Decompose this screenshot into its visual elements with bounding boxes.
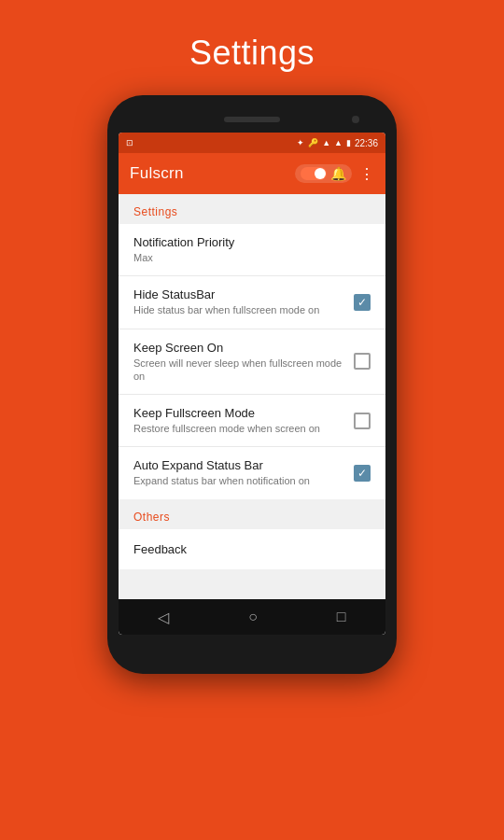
checkbox-keep-screen-on[interactable]: [354, 353, 371, 370]
toggle-thumb: [315, 168, 326, 179]
notification-toggle[interactable]: 🔔: [295, 164, 352, 183]
others-section: Others Feedback: [119, 499, 385, 569]
checkbox-auto-expand[interactable]: ✓: [354, 465, 371, 482]
phone-screen: ⊡ ✦ 🔑 ▲ ▲ ▮ 22:36 Fulscrn 🔔 ⋮: [119, 133, 385, 635]
expand-icon: ⊡: [126, 138, 133, 147]
wifi-icon: ▲: [334, 138, 343, 147]
bluetooth-icon: ✦: [297, 138, 304, 147]
phone-speaker: [224, 117, 280, 122]
page-title: Settings: [189, 34, 315, 73]
status-time: 22:36: [355, 138, 378, 148]
setting-title-keep-fullscreen: Keep Fullscreen Mode: [133, 406, 354, 420]
signal-icon: ▲: [322, 138, 330, 147]
status-bar-left: ⊡: [126, 138, 133, 147]
feedback-title: Feedback: [133, 542, 371, 556]
setting-keep-fullscreen[interactable]: Keep Fullscreen Mode Restore fullscreen …: [119, 395, 385, 447]
setting-feedback[interactable]: Feedback: [119, 529, 385, 569]
setting-hide-statusbar[interactable]: Hide StatusBar Hide status bar when full…: [119, 276, 385, 329]
settings-group-main: Notification Priority Max Hide StatusBar…: [119, 224, 385, 499]
others-section-header: Others: [119, 499, 385, 529]
app-bar: Fulscrn 🔔 ⋮: [119, 153, 385, 194]
bell-icon: 🔔: [330, 166, 346, 181]
app-title: Fulscrn: [130, 164, 184, 183]
setting-subtitle-keep-screen-on: Screen will never sleep when fullscreen …: [133, 357, 354, 384]
setting-auto-expand[interactable]: Auto Expand Status Bar Expand status bar…: [119, 447, 385, 498]
phone-top-bar: [119, 106, 385, 133]
setting-text-notification-priority: Notification Priority Max: [133, 235, 371, 264]
setting-text-keep-screen-on: Keep Screen On Screen will never sleep w…: [133, 341, 354, 384]
home-button[interactable]: ○: [248, 609, 258, 625]
checkbox-keep-fullscreen[interactable]: [354, 413, 371, 429]
setting-text-auto-expand: Auto Expand Status Bar Expand status bar…: [133, 458, 354, 487]
status-bar-right: ✦ 🔑 ▲ ▲ ▮ 22:36: [297, 138, 378, 148]
setting-subtitle-auto-expand: Expand status bar when notification on: [133, 474, 354, 487]
setting-subtitle-notification-priority: Max: [133, 251, 371, 264]
bottom-nav-bar: ◁ ○ □: [119, 599, 385, 635]
setting-title-auto-expand: Auto Expand Status Bar: [133, 458, 354, 472]
checkmark-icon: ✓: [357, 297, 367, 308]
phone-camera: [352, 116, 359, 123]
settings-list: Settings Notification Priority Max Hide …: [119, 194, 385, 599]
setting-text-hide-statusbar: Hide StatusBar Hide status bar when full…: [133, 287, 354, 316]
settings-section-header: Settings: [119, 194, 385, 224]
setting-title-notification-priority: Notification Priority: [133, 235, 371, 249]
setting-notification-priority[interactable]: Notification Priority Max: [119, 224, 385, 276]
phone-bottom-physical: [119, 635, 385, 663]
setting-subtitle-keep-fullscreen: Restore fullscreen mode when screen on: [133, 422, 354, 435]
checkmark-icon-auto-expand: ✓: [357, 468, 367, 479]
app-bar-actions: 🔔 ⋮: [295, 164, 375, 183]
phone-device: ⊡ ✦ 🔑 ▲ ▲ ▮ 22:36 Fulscrn 🔔 ⋮: [107, 95, 397, 674]
recent-button[interactable]: □: [337, 609, 346, 625]
back-button[interactable]: ◁: [158, 609, 169, 626]
status-bar: ⊡ ✦ 🔑 ▲ ▲ ▮ 22:36: [119, 133, 385, 153]
setting-text-keep-fullscreen: Keep Fullscreen Mode Restore fullscreen …: [133, 406, 354, 435]
setting-subtitle-hide-statusbar: Hide status bar when fullscreen mode on: [133, 303, 354, 316]
setting-title-hide-statusbar: Hide StatusBar: [133, 287, 354, 301]
checkbox-hide-statusbar[interactable]: ✓: [354, 294, 371, 311]
setting-keep-screen-on[interactable]: Keep Screen On Screen will never sleep w…: [119, 329, 385, 396]
battery-icon: ▮: [346, 138, 351, 147]
more-options-button[interactable]: ⋮: [359, 165, 375, 183]
key-icon: 🔑: [308, 138, 318, 147]
toggle-switch[interactable]: [301, 167, 327, 180]
setting-title-keep-screen-on: Keep Screen On: [133, 341, 354, 355]
